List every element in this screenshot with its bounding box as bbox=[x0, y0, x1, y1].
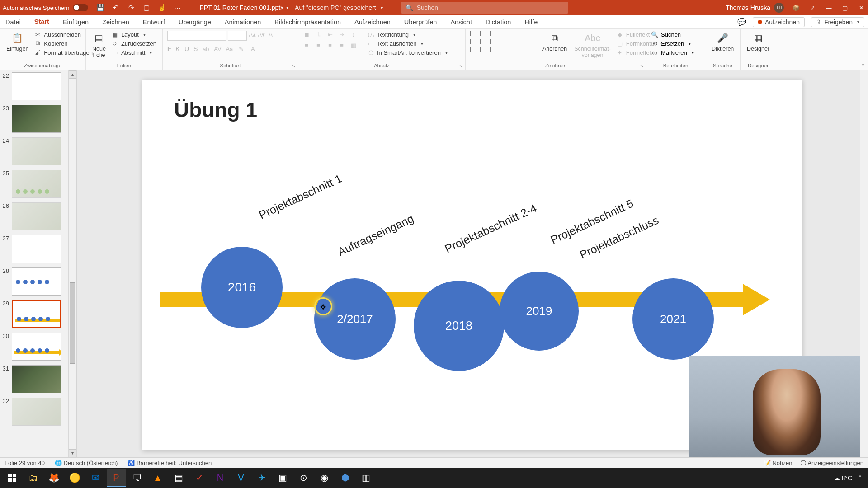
justify-icon[interactable]: ≡ bbox=[338, 42, 345, 49]
columns-icon[interactable]: ▥ bbox=[350, 42, 357, 49]
tab-datei[interactable]: Datei bbox=[4, 15, 23, 28]
cut-button[interactable]: ✂Ausschneiden bbox=[34, 31, 93, 38]
thumbs-scrollbar[interactable]: ▴ ▾ bbox=[68, 70, 76, 457]
start-button[interactable] bbox=[3, 469, 22, 487]
dictate-button[interactable]: 🎤 Diktieren bbox=[710, 31, 736, 53]
new-slide-button[interactable]: ▤ Neue Folie bbox=[90, 31, 108, 59]
slideshow-start-icon[interactable]: ▢ bbox=[142, 4, 151, 12]
slide-thumb-26[interactable] bbox=[12, 202, 61, 230]
align-right-icon[interactable]: ≡ bbox=[326, 42, 334, 49]
task-app6-icon[interactable]: ▥ bbox=[356, 469, 375, 487]
numbering-icon[interactable]: ⒈ bbox=[315, 31, 322, 38]
slide-thumb-32[interactable] bbox=[12, 398, 61, 426]
task-app-icon[interactable]: 🗨 bbox=[127, 469, 146, 487]
task-vlc-icon[interactable]: ▲ bbox=[148, 469, 167, 487]
collapse-ribbon-icon[interactable]: ⌃ bbox=[861, 63, 865, 69]
tab-uebergaenge[interactable]: Übergänge bbox=[177, 15, 213, 28]
tab-einfuegen[interactable]: Einfügen bbox=[61, 15, 90, 28]
notes-button[interactable]: 📝 Notizen bbox=[764, 460, 793, 466]
slide-thumb-31[interactable] bbox=[12, 365, 61, 393]
canvas-scrollbar[interactable] bbox=[860, 70, 868, 457]
replace-button[interactable]: ⟲Ersetzen▾ bbox=[651, 40, 694, 47]
timeline-arrow-head[interactable] bbox=[743, 284, 770, 315]
line-spacing-icon[interactable]: ↕ bbox=[350, 31, 357, 38]
tab-aufzeichnen[interactable]: Aufzeichnen bbox=[353, 15, 392, 28]
record-button[interactable]: Aufzeichnen bbox=[753, 17, 805, 27]
search-box[interactable]: 🔍 bbox=[401, 2, 568, 14]
slide-thumb-28[interactable] bbox=[12, 267, 61, 296]
task-app4-icon[interactable]: ◉ bbox=[315, 469, 334, 487]
tab-start[interactable]: Start bbox=[33, 15, 51, 28]
align-left-icon[interactable]: ≡ bbox=[303, 42, 310, 49]
grow-font-icon[interactable]: A▴ bbox=[249, 31, 256, 38]
timeline-node-2018[interactable]: 2018 bbox=[414, 281, 504, 371]
arrange-button[interactable]: ⧉ Anordnen bbox=[541, 31, 569, 53]
task-obs-icon[interactable]: ⊙ bbox=[294, 469, 313, 487]
tab-ansicht[interactable]: Ansicht bbox=[448, 15, 474, 28]
touch-mode-icon[interactable]: ☝ bbox=[158, 4, 166, 12]
find-button[interactable]: 🔍Suchen bbox=[651, 31, 694, 38]
slide-title-text[interactable]: Übung 1 bbox=[174, 98, 257, 122]
designer-button[interactable]: ▦ Designer bbox=[745, 31, 771, 53]
task-app2-icon[interactable]: ▤ bbox=[169, 469, 188, 487]
change-case-icon[interactable]: Aa bbox=[226, 45, 233, 52]
select-button[interactable]: ▭Markieren▾ bbox=[651, 49, 694, 56]
shrink-font-icon[interactable]: A▾ bbox=[258, 31, 265, 38]
language-status[interactable]: 🌐 Deutsch (Österreich) bbox=[55, 460, 118, 466]
comments-icon[interactable]: 💬 bbox=[737, 18, 746, 26]
bullets-icon[interactable]: ≣ bbox=[303, 31, 310, 38]
tab-animationen[interactable]: Animationen bbox=[223, 15, 263, 28]
text-shadow-icon[interactable]: ab bbox=[202, 45, 209, 52]
slide-thumb-27[interactable] bbox=[12, 235, 61, 263]
redo-icon[interactable]: ↷ bbox=[127, 4, 135, 12]
save-icon[interactable]: 💾 bbox=[96, 4, 104, 12]
timeline-node-2016[interactable]: 2016 bbox=[201, 247, 283, 328]
section-button[interactable]: ▭Abschnitt▾ bbox=[111, 49, 156, 56]
undo-icon[interactable]: ↶ bbox=[112, 4, 120, 12]
slide-thumb-29[interactable] bbox=[12, 300, 61, 328]
minimize-icon[interactable]: — bbox=[825, 4, 833, 12]
paste-button[interactable]: 📋 Einfügen bbox=[5, 31, 30, 53]
timeline-node-2019[interactable]: 2019 bbox=[500, 272, 579, 351]
font-name-combo[interactable] bbox=[167, 31, 226, 41]
autosave-toggle[interactable] bbox=[73, 4, 88, 11]
scroll-down-icon[interactable]: ▾ bbox=[69, 449, 76, 457]
align-center-icon[interactable]: ≡ bbox=[315, 42, 322, 49]
scrollbar-thumb[interactable] bbox=[70, 282, 75, 364]
search-input[interactable] bbox=[417, 4, 564, 11]
quick-styles-button[interactable]: Abc Schnellformat- vorlagen bbox=[572, 31, 613, 59]
tab-dictation[interactable]: Dictation bbox=[484, 15, 513, 28]
task-outlook-icon[interactable]: ✉ bbox=[86, 469, 105, 487]
text-direction-button[interactable]: ↕ATextrichtung▾ bbox=[367, 31, 448, 38]
user-account[interactable]: Thomas Hruska TH bbox=[726, 3, 784, 13]
task-app3-icon[interactable]: ▣ bbox=[273, 469, 292, 487]
tray-chevron-icon[interactable]: ˄ bbox=[859, 474, 862, 482]
format-painter-button[interactable]: 🖌Format übertragen bbox=[34, 49, 93, 56]
tab-bildschirmpraesentation[interactable]: Bildschirmpräsentation bbox=[273, 15, 343, 28]
highlight-icon[interactable]: ✎ bbox=[237, 45, 245, 52]
timeline-label-1[interactable]: Projektabschnitt 1 bbox=[257, 172, 344, 221]
accessibility-status[interactable]: ♿ Barrierefreiheit: Untersuchen bbox=[127, 460, 212, 466]
shapes-gallery[interactable] bbox=[470, 31, 537, 53]
tab-entwurf[interactable]: Entwurf bbox=[141, 15, 167, 28]
weather-widget[interactable]: ☁ 8°C bbox=[834, 474, 852, 482]
slide-thumb-30[interactable] bbox=[12, 333, 61, 361]
task-chrome-icon[interactable]: 🟡 bbox=[65, 469, 84, 487]
task-powerpoint-icon[interactable]: P bbox=[107, 469, 126, 487]
bold-button[interactable]: F bbox=[167, 45, 171, 52]
slide-thumb-22[interactable] bbox=[12, 72, 61, 100]
close-icon[interactable]: ✕ bbox=[857, 4, 865, 12]
task-telegram-icon[interactable]: ✈ bbox=[252, 469, 271, 487]
smartart-convert-button[interactable]: ⬡In SmartArt konvertieren▾ bbox=[367, 49, 448, 56]
dialog-launcher-icon[interactable]: ↘ bbox=[459, 63, 462, 68]
strike-button[interactable]: S bbox=[193, 45, 198, 52]
copy-button[interactable]: ⧉Kopieren bbox=[34, 40, 93, 47]
italic-button[interactable]: K bbox=[176, 45, 180, 52]
font-color-icon[interactable]: A bbox=[249, 45, 256, 52]
char-spacing-icon[interactable]: AV bbox=[214, 45, 221, 52]
task-firefox-icon[interactable]: 🦊 bbox=[44, 469, 63, 487]
timeline-node-2021[interactable]: 2021 bbox=[632, 278, 714, 360]
dialog-launcher-icon[interactable]: ↘ bbox=[640, 63, 643, 68]
slide-thumb-24[interactable] bbox=[12, 137, 61, 165]
timeline-node-2017[interactable]: 2/2017 bbox=[314, 278, 396, 360]
